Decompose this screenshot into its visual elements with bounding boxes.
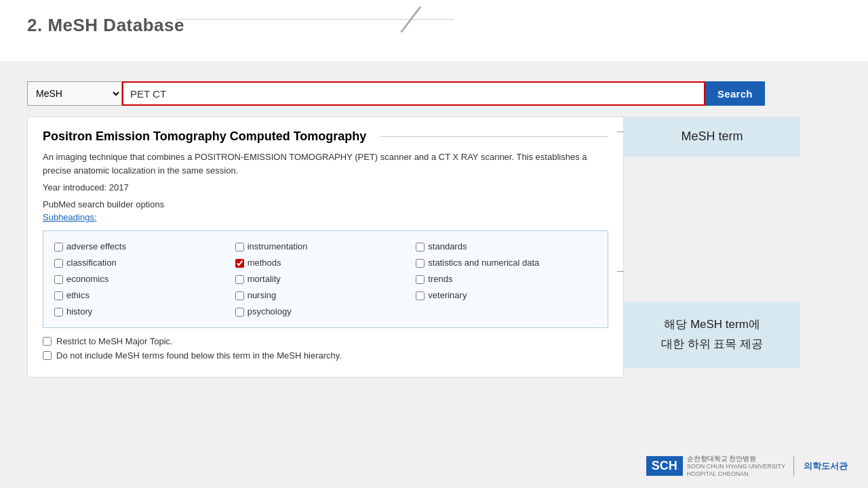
annotation-line-1 — [617, 131, 624, 132]
checkbox-ethics[interactable] — [54, 291, 63, 300]
option-major-topic-label: Restrict to MeSH Major Topic. — [56, 336, 173, 346]
annotation-box-mesh-term: MeSH term — [624, 117, 800, 157]
logo-university: 순천향대학교 천안병원 — [687, 454, 785, 463]
header-slash-decoration: ╱ — [401, 4, 421, 35]
page-title: 2. MeSH Database — [27, 15, 184, 35]
footer-logo: SCH 순천향대학교 천안병원 SOON CHUN HYANG UNIVERSI… — [646, 454, 848, 479]
result-title-text: Positron Emission Tomography Computed To… — [43, 129, 366, 144]
pubmed-label: PubMed search builder options — [43, 199, 608, 209]
checkbox-nursing[interactable] — [235, 291, 244, 300]
annotation-sidebar: MeSH term 해당 MeSH term에 대한 하위 표목 제공 — [624, 117, 800, 378]
subheading-methods[interactable]: methods — [235, 256, 416, 270]
subheading-history[interactable]: history — [54, 304, 235, 319]
subheading-instrumentation[interactable]: instrumentation — [235, 239, 416, 254]
checkbox-statistics[interactable] — [416, 259, 425, 268]
checkbox-mortality[interactable] — [235, 275, 244, 284]
checkbox-major-topic[interactable] — [43, 337, 52, 346]
main-content: MeSH PubMed CINAHL Search Positron Emiss… — [0, 61, 868, 391]
checkbox-no-include[interactable] — [43, 351, 52, 360]
page-wrapper: 2. MeSH Database ╱ MeSH PubMed CINAHL Se… — [0, 0, 868, 488]
year-introduced: Year introduced: 2017 — [43, 182, 608, 192]
result-title-row: Positron Emission Tomography Computed To… — [43, 129, 608, 144]
subheadings-link[interactable]: Subheadings: — [43, 212, 608, 222]
option-no-include-label: Do not include MeSH terms found below th… — [56, 350, 342, 361]
subheading-statistics[interactable]: statistics and numerical data — [416, 256, 597, 270]
checkbox-trends[interactable] — [416, 275, 425, 284]
subheading-economics[interactable]: economics — [54, 272, 235, 287]
header-section: 2. MeSH Database ╱ — [0, 0, 868, 61]
result-main-panel: Positron Emission Tomography Computed To… — [27, 117, 624, 378]
search-button[interactable]: Search — [705, 81, 765, 106]
subheading-classification[interactable]: classification — [54, 256, 235, 270]
option-major-topic: Restrict to MeSH Major Topic. — [43, 336, 608, 346]
subheading-adverse-effects[interactable]: adverse effects — [54, 239, 235, 254]
search-input[interactable] — [122, 81, 705, 106]
search-bar: MeSH PubMed CINAHL Search — [27, 81, 841, 106]
checkbox-classification[interactable] — [54, 259, 63, 268]
subheading-veterinary[interactable]: veterinary — [416, 288, 597, 303]
logo-library: 의학도서관 — [804, 460, 848, 472]
annotation-box-subheadings: 해당 MeSH term에 대한 하위 표목 제공 — [624, 302, 800, 368]
title-divider — [380, 136, 608, 137]
logo-info: 순천향대학교 천안병원 SOON CHUN HYANG UNIVERSITY H… — [687, 454, 785, 479]
subheading-trends[interactable]: trends — [416, 272, 597, 287]
logo-hospital: SOON CHUN HYANG UNIVERSITY — [687, 463, 785, 471]
subheading-standards[interactable]: standards — [416, 239, 597, 254]
search-type-select[interactable]: MeSH PubMed CINAHL — [27, 81, 122, 106]
subheading-nursing[interactable]: nursing — [235, 288, 416, 303]
subheadings-box: adverse effects classification economics — [43, 230, 608, 328]
annotation-line-2 — [617, 271, 624, 272]
subheading-ethics[interactable]: ethics — [54, 288, 235, 303]
checkbox-economics[interactable] — [54, 275, 63, 284]
checkbox-psychology[interactable] — [235, 308, 244, 317]
checkbox-adverse-effects[interactable] — [54, 243, 63, 251]
result-panel: Positron Emission Tomography Computed To… — [27, 117, 827, 378]
checkbox-instrumentation[interactable] — [235, 243, 244, 251]
checkbox-history[interactable] — [54, 308, 63, 317]
result-description: An imaging technique that combines a POS… — [43, 150, 608, 177]
logo-divider — [793, 456, 794, 476]
checkbox-methods[interactable] — [235, 259, 244, 268]
option-no-include: Do not include MeSH terms found below th… — [43, 350, 608, 361]
subheading-mortality[interactable]: mortality — [235, 272, 416, 287]
logo-hospital2: HOSPITAL CHEONAN — [687, 470, 785, 479]
checkbox-veterinary[interactable] — [416, 291, 425, 300]
logo-abbr: SCH — [646, 456, 683, 476]
checkbox-standards[interactable] — [416, 243, 425, 251]
subheading-psychology[interactable]: psychology — [235, 304, 416, 319]
